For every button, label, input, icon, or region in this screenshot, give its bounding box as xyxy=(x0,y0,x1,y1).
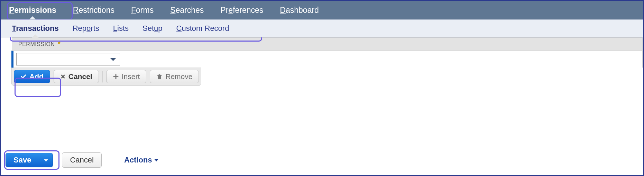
add-button[interactable]: Add xyxy=(14,70,50,83)
actions-menu[interactable]: Actions xyxy=(124,156,158,165)
remove-button[interactable]: Remove xyxy=(150,70,199,83)
subtab-transactions-accel: T xyxy=(12,24,16,33)
subtab-lists-accel: L xyxy=(113,24,117,33)
chevron-down-icon xyxy=(154,159,158,161)
tab-preferences[interactable]: Preferences xyxy=(220,6,263,15)
main-tab-bar: Permissions Restrictions Forms Searches … xyxy=(1,1,643,19)
subtab-custom-record[interactable]: Custom Record xyxy=(176,24,229,33)
footer-actions: Save Cancel Actions xyxy=(6,152,158,168)
row-cancel-button[interactable]: Cancel xyxy=(54,70,99,83)
permission-header-label: PERMISSION xyxy=(18,41,55,47)
tab-permissions-accel: P xyxy=(9,6,14,15)
subtab-reports[interactable]: Reports xyxy=(73,24,99,33)
cancel-button[interactable]: Cancel xyxy=(62,152,101,168)
remove-label: Remove xyxy=(165,72,192,81)
subtab-setup-accel: u xyxy=(154,24,158,33)
plus-icon xyxy=(113,73,119,80)
subtab-custom-record-accel: C xyxy=(176,24,182,33)
tab-searches[interactable]: Searches xyxy=(170,6,204,15)
permission-select[interactable] xyxy=(16,53,120,65)
tab-restrictions[interactable]: Restrictions xyxy=(73,6,114,15)
permission-row xyxy=(11,51,643,68)
row-separator xyxy=(102,71,103,82)
row-action-bar: Add Cancel Insert Remove xyxy=(11,68,201,86)
permission-sublist: PERMISSION * Add Cancel Insert xyxy=(12,37,643,86)
subtab-transactions[interactable]: Transactions xyxy=(12,24,59,33)
actions-label: Actions xyxy=(124,156,152,165)
sub-tab-bar: Transactions Reports Lists Setup Custom … xyxy=(1,19,643,37)
subtab-lists[interactable]: Lists xyxy=(113,24,129,33)
tab-forms-accel: F xyxy=(131,6,136,15)
save-split-button: Save xyxy=(6,153,53,167)
required-asterisk: * xyxy=(58,41,61,47)
tab-searches-accel: S xyxy=(170,6,175,15)
tab-permissions[interactable]: Permissions xyxy=(9,6,56,15)
row-cancel-label: Cancel xyxy=(68,72,92,81)
subtab-reports-accel: o xyxy=(86,24,91,33)
footer-separator xyxy=(113,152,113,168)
check-icon xyxy=(20,73,27,80)
subtab-setup[interactable]: Setup xyxy=(142,24,163,33)
insert-button[interactable]: Insert xyxy=(106,70,147,83)
save-label: Save xyxy=(13,156,31,165)
tab-dashboard-accel: D xyxy=(280,6,286,15)
save-button[interactable]: Save xyxy=(6,153,39,167)
tab-preferences-accel: e xyxy=(228,6,233,15)
dropdown-caret-icon xyxy=(110,58,116,61)
tab-dashboard[interactable]: Dashboard xyxy=(280,6,319,15)
permission-column-header: PERMISSION * xyxy=(12,37,643,51)
insert-label: Insert xyxy=(122,72,140,81)
tab-restrictions-accel: R xyxy=(73,6,79,15)
add-label: Add xyxy=(29,72,44,81)
trash-icon xyxy=(156,73,163,80)
x-icon xyxy=(60,74,66,79)
save-dropdown[interactable] xyxy=(39,153,53,167)
triangle-down-icon xyxy=(44,159,48,162)
cancel-label: Cancel xyxy=(70,156,93,164)
tab-forms[interactable]: Forms xyxy=(131,6,154,15)
